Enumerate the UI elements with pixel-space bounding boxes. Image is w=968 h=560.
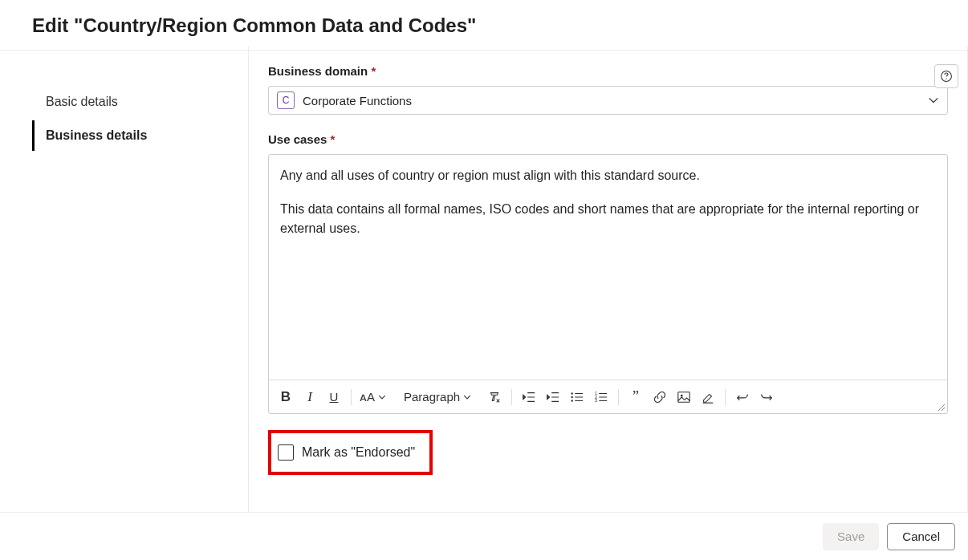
underline-button[interactable]: U	[322, 385, 346, 409]
svg-point-1	[571, 396, 573, 397]
business-domain-value: Corporate Functions	[303, 94, 928, 108]
bullet-list-button[interactable]	[565, 385, 589, 409]
business-domain-dropdown[interactable]: C Corporate Functions	[268, 86, 948, 115]
separator	[725, 389, 726, 405]
svg-point-9	[946, 79, 946, 79]
endorse-checkbox[interactable]	[278, 444, 294, 461]
numbered-list-button[interactable]: 123	[589, 385, 613, 409]
main-panel: Business domain * C Corporate Functions …	[249, 47, 968, 512]
highlight-button[interactable]	[696, 385, 720, 409]
use-cases-para-1: Any and all uses of country or region mu…	[280, 166, 936, 185]
cancel-button[interactable]: Cancel	[887, 523, 955, 550]
undo-button[interactable]	[730, 385, 754, 409]
separator	[351, 389, 352, 405]
clear-format-button[interactable]	[482, 385, 506, 409]
bold-button[interactable]: B	[274, 385, 298, 409]
save-button[interactable]: Save	[823, 523, 879, 550]
help-icon	[940, 70, 953, 83]
paragraph-style-button[interactable]: Paragraph	[401, 390, 474, 404]
link-button[interactable]	[648, 385, 672, 409]
footer: Save Cancel	[0, 512, 968, 560]
required-mark: *	[371, 64, 376, 78]
redo-button[interactable]	[754, 385, 779, 409]
use-cases-label: Use cases *	[268, 132, 948, 146]
font-size-button[interactable]: ᴀA	[356, 390, 389, 404]
separator	[618, 389, 619, 405]
domain-chip: C	[277, 91, 295, 109]
separator	[511, 389, 512, 405]
endorse-row: Mark as "Endorsed"	[268, 430, 433, 475]
svg-point-2	[571, 400, 573, 401]
sidebar-item-basic-details[interactable]: Basic details	[32, 87, 248, 117]
page-title: Edit "Country/Region Common Data and Cod…	[32, 14, 936, 37]
use-cases-textarea[interactable]: Any and all uses of country or region mu…	[269, 155, 947, 379]
image-button[interactable]	[672, 385, 696, 409]
use-cases-para-2: This data contains all formal names, ISO…	[280, 200, 936, 238]
rte-toolbar: B I U ᴀA Paragraph	[269, 379, 947, 413]
svg-point-7	[681, 394, 683, 396]
svg-point-0	[571, 392, 573, 394]
sidebar: Basic details Business details	[0, 47, 249, 512]
italic-button[interactable]: I	[298, 385, 322, 409]
outdent-button[interactable]	[517, 385, 541, 409]
help-button[interactable]	[934, 64, 958, 88]
indent-button[interactable]	[541, 385, 565, 409]
use-cases-editor: Any and all uses of country or region mu…	[268, 154, 948, 414]
chevron-down-icon	[928, 95, 939, 106]
endorse-label: Mark as "Endorsed"	[302, 445, 415, 460]
resize-handle-icon[interactable]	[936, 402, 946, 412]
quote-button[interactable]: ”	[624, 385, 648, 409]
business-domain-label: Business domain *	[268, 64, 948, 78]
sidebar-item-business-details[interactable]: Business details	[32, 120, 248, 151]
svg-rect-6	[678, 392, 689, 402]
svg-text:3: 3	[595, 398, 597, 403]
required-mark: *	[331, 132, 336, 146]
